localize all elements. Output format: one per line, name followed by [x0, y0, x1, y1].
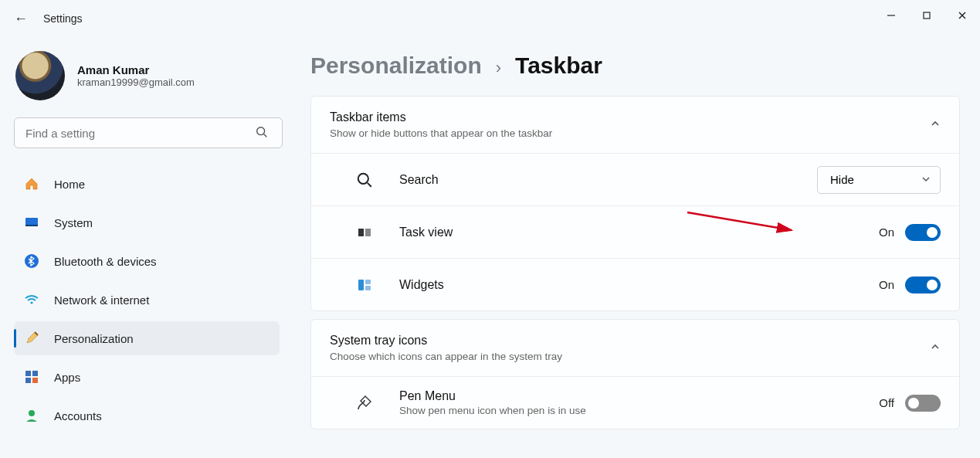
svg-rect-1 — [924, 12, 930, 19]
chevron-up-icon — [930, 118, 941, 132]
nav-label: Network & internet — [54, 293, 149, 307]
accounts-icon — [23, 407, 40, 424]
svg-rect-10 — [25, 371, 31, 376]
window-controls — [873, 0, 980, 31]
personalization-icon — [23, 330, 40, 347]
row-label: Pen Menu — [399, 389, 879, 403]
nav-network[interactable]: Network & internet — [14, 283, 280, 317]
svg-rect-21 — [365, 286, 371, 290]
bluetooth-icon — [23, 253, 40, 270]
svg-point-4 — [257, 127, 265, 135]
pen-icon — [330, 394, 399, 412]
widgets-icon — [330, 277, 399, 293]
row-pen-menu: Pen Menu Show pen menu icon when pen is … — [311, 376, 959, 429]
row-search: Search Hide — [311, 153, 959, 205]
row-label: Task view — [399, 226, 879, 239]
widgets-toggle[interactable] — [905, 276, 941, 293]
back-button[interactable]: ← — [14, 11, 37, 27]
row-taskview: Task view On — [311, 205, 959, 258]
row-label: Search — [399, 173, 817, 187]
nav-label: Accounts — [54, 409, 102, 422]
nav-accounts[interactable]: Accounts — [14, 399, 280, 433]
row-subtitle: Show pen menu icon when pen is in use — [399, 405, 879, 416]
section-subtitle: Show or hide buttons that appear on the … — [330, 127, 552, 139]
apps-icon — [23, 368, 40, 385]
nav-system[interactable]: System — [14, 205, 280, 239]
nav-label: Apps — [54, 371, 80, 384]
content: Personalization › Taskbar Taskbar items … — [293, 37, 980, 458]
svg-point-9 — [30, 301, 32, 304]
taskbar-items-header[interactable]: Taskbar items Show or hide buttons that … — [311, 97, 959, 153]
svg-rect-20 — [365, 280, 371, 284]
svg-point-14 — [29, 410, 35, 416]
chevron-down-icon — [921, 173, 931, 186]
section-title: System tray icons — [330, 334, 562, 348]
pen-menu-toggle[interactable] — [905, 395, 941, 412]
dropdown-value: Hide — [830, 173, 854, 186]
taskbar-items-card: Taskbar items Show or hide buttons that … — [310, 96, 960, 311]
toggle-state: Off — [879, 396, 894, 409]
breadcrumb-parent[interactable]: Personalization — [310, 53, 482, 79]
maximize-button[interactable] — [909, 0, 944, 31]
nav-label: Bluetooth & devices — [54, 255, 157, 268]
search-icon — [255, 125, 269, 142]
titlebar: ← Settings — [0, 0, 980, 37]
row-label: Widgets — [399, 278, 879, 292]
close-button[interactable] — [944, 0, 980, 31]
nav-label: Home — [54, 178, 85, 191]
svg-rect-18 — [365, 229, 371, 236]
row-widgets: Widgets On — [311, 258, 959, 310]
sidebar: Aman Kumar kraman19999@gmail.com Home Sy… — [0, 37, 293, 458]
system-tray-card: System tray icons Choose which icons can… — [310, 319, 960, 429]
chevron-right-icon: › — [496, 58, 501, 78]
nav-personalization[interactable]: Personalization — [14, 321, 280, 355]
nav-label: System — [54, 216, 93, 229]
breadcrumb-current: Taskbar — [515, 53, 602, 79]
taskview-toggle[interactable] — [905, 224, 941, 241]
nav-bluetooth[interactable]: Bluetooth & devices — [14, 244, 280, 278]
section-subtitle: Choose which icons can appear in the sys… — [330, 351, 562, 362]
user-name: Aman Kumar — [77, 63, 195, 76]
chevron-up-icon — [930, 341, 941, 355]
svg-rect-11 — [32, 371, 38, 376]
svg-rect-13 — [32, 378, 38, 383]
toggle-state: On — [879, 278, 894, 291]
nav-label: Personalization — [54, 332, 134, 345]
svg-line-16 — [368, 182, 371, 186]
minimize-button[interactable] — [873, 0, 909, 31]
breadcrumb: Personalization › Taskbar — [310, 53, 960, 79]
svg-line-5 — [264, 134, 267, 137]
avatar — [15, 51, 65, 100]
system-tray-header[interactable]: System tray icons Choose which icons can… — [311, 320, 959, 376]
user-email: kraman19999@gmail.com — [77, 76, 195, 88]
nav-apps[interactable]: Apps — [14, 360, 280, 394]
search-dropdown[interactable]: Hide — [817, 166, 941, 194]
svg-rect-17 — [358, 229, 364, 236]
section-title: Taskbar items — [330, 110, 552, 124]
window-title: Settings — [43, 12, 83, 25]
search-icon — [330, 171, 399, 188]
nav-home[interactable]: Home — [14, 167, 280, 201]
svg-rect-12 — [25, 378, 31, 383]
svg-point-15 — [358, 173, 368, 183]
svg-rect-19 — [358, 280, 364, 290]
taskview-icon — [330, 225, 399, 240]
home-icon — [23, 175, 40, 192]
wifi-icon — [23, 291, 40, 308]
system-icon — [23, 214, 40, 231]
toggle-state: On — [879, 226, 894, 239]
search-input[interactable] — [14, 117, 283, 148]
svg-rect-7 — [25, 225, 38, 226]
profile-block[interactable]: Aman Kumar kraman19999@gmail.com — [15, 51, 280, 100]
